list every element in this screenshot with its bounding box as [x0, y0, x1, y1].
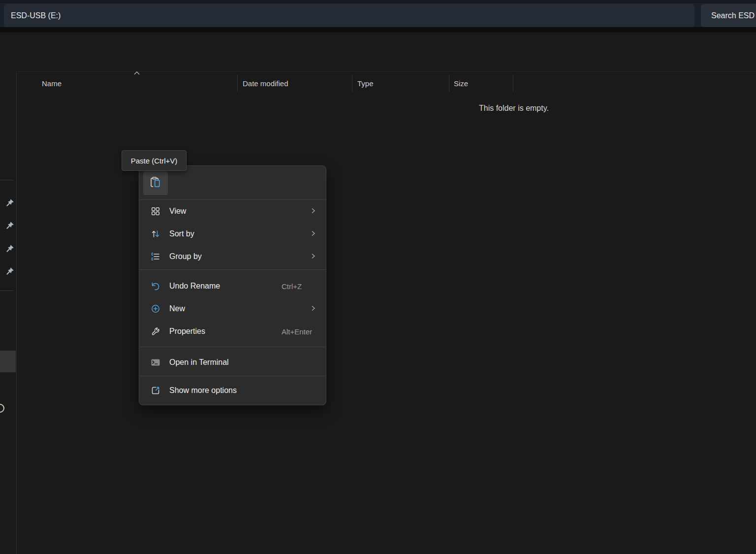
menu-separator: [139, 347, 326, 347]
menu-item-label: Show more options: [169, 386, 237, 395]
window-drag-strip: [0, 0, 756, 3]
address-bar-text: ESD-USB (E:): [11, 11, 61, 20]
chevron-right-icon: [309, 304, 317, 314]
empty-folder-message: This folder is empty.: [479, 104, 549, 113]
sidebar-selected-item[interactable]: [0, 351, 16, 372]
menu-item-sort-by[interactable]: Sort by: [139, 223, 326, 245]
menu-item-label: Group by: [169, 252, 202, 261]
navigation-sidebar: [0, 71, 17, 554]
column-resize-handle[interactable]: [513, 74, 513, 92]
menu-item-label: New: [169, 304, 185, 313]
menu-item-properties[interactable]: Properties Alt+Enter: [139, 320, 326, 343]
column-resize-handle[interactable]: [237, 74, 238, 92]
toolbar-divider-band: [0, 27, 756, 33]
sidebar-separator: [0, 180, 13, 180]
terminal-icon: [151, 358, 160, 367]
file-list-area: Name Date modified Type Size This folder…: [17, 71, 756, 554]
column-header-type[interactable]: Type: [357, 73, 374, 93]
menu-item-shortcut: Alt+Enter: [282, 327, 312, 336]
command-toolbar: Sort View Eject: [0, 33, 756, 71]
title-bar: ESD-USB (E:) Search ESD: [0, 0, 756, 28]
menu-item-label: Open in Terminal: [169, 358, 229, 367]
paste-button[interactable]: [143, 171, 168, 195]
column-resize-handle[interactable]: [352, 74, 352, 92]
menu-item-label: View: [169, 207, 186, 216]
context-menu: View Sort by Group by: [139, 165, 326, 405]
grid-view-icon: [151, 206, 160, 216]
pin-icon[interactable]: [5, 267, 14, 276]
menu-separator: [139, 269, 326, 270]
plus-circle-icon: [151, 304, 160, 314]
paste-icon: [149, 176, 162, 191]
menu-item-label: Sort by: [169, 229, 194, 238]
undo-icon: [151, 281, 160, 291]
sort-ascending-caret-icon: [133, 71, 140, 76]
menu-separator: [139, 376, 326, 376]
search-input[interactable]: Search ESD: [701, 4, 756, 27]
menu-item-new[interactable]: New: [139, 297, 326, 320]
column-header-name[interactable]: Name: [42, 73, 62, 93]
sort-icon: [151, 229, 160, 239]
column-header-date-modified[interactable]: Date modified: [243, 73, 288, 93]
address-bar[interactable]: ESD-USB (E:): [4, 4, 694, 27]
chevron-right-icon: [309, 252, 317, 262]
menu-item-view[interactable]: View: [139, 200, 326, 223]
show-more-options-icon: [151, 386, 160, 395]
search-input-text: Search ESD: [711, 11, 755, 20]
group-by-icon: [151, 252, 160, 261]
chevron-right-icon: [309, 229, 317, 239]
pin-icon[interactable]: [5, 221, 14, 230]
menu-item-label: Undo Rename: [169, 282, 220, 291]
menu-item-group-by[interactable]: Group by: [139, 245, 326, 268]
pin-icon[interactable]: [5, 198, 14, 207]
sidebar-separator: [0, 291, 13, 291]
pin-icon[interactable]: [5, 244, 14, 253]
menu-item-show-more-options[interactable]: Show more options: [139, 379, 326, 402]
chevron-right-icon: [309, 207, 317, 217]
paste-tooltip: Paste (Ctrl+V): [122, 150, 187, 171]
column-resize-handle[interactable]: [449, 74, 449, 92]
onedrive-icon[interactable]: [0, 404, 4, 413]
menu-item-shortcut: Ctrl+Z: [282, 282, 302, 291]
wrench-icon: [151, 326, 160, 336]
menu-item-undo-rename[interactable]: Undo Rename Ctrl+Z: [139, 275, 326, 297]
menu-item-label: Properties: [169, 327, 205, 336]
column-header-size[interactable]: Size: [454, 73, 468, 93]
context-menu-command-strip: [139, 166, 326, 199]
menu-item-open-in-terminal[interactable]: Open in Terminal: [139, 351, 326, 374]
